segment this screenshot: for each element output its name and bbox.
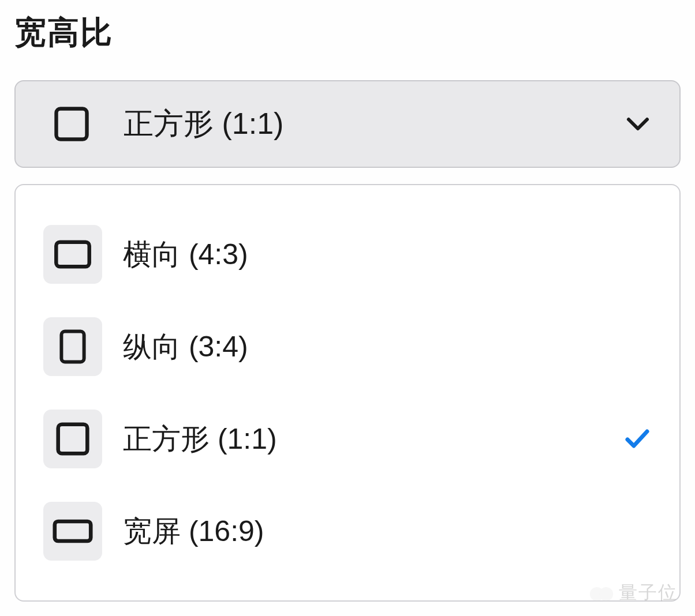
section-title: 宽高比 [14,12,681,54]
watermark-text: 量子位 [619,582,678,603]
aspect-option-widescreen[interactable]: 宽屏 (16:9) [16,485,679,577]
aspect-option-portrait[interactable]: 纵向 (3:4) [16,301,679,393]
aspect-ratio-dropdown-trigger[interactable]: 正方形 (1:1) [14,80,681,168]
portrait-icon [43,317,102,376]
option-label: 宽屏 (16:9) [123,512,651,551]
aspect-option-square[interactable]: 正方形 (1:1) [16,393,679,485]
option-label: 正方形 (1:1) [123,420,624,459]
watermark-logo-icon [589,585,614,603]
option-label: 横向 (4:3) [123,235,651,274]
aspect-ratio-dropdown-panel: 横向 (4:3) 纵向 (3:4) 正方形 (1:1) 宽屏 (16:9) [14,184,681,602]
svg-rect-1 [56,242,89,267]
square-icon [43,410,102,468]
dropdown-selected-label: 正方形 (1:1) [124,104,625,144]
watermark: 量子位 [589,580,678,606]
option-label: 纵向 (3:4) [123,328,651,366]
svg-rect-4 [55,521,91,541]
check-icon [624,426,651,452]
svg-rect-2 [61,332,84,362]
square-icon [51,104,92,144]
svg-point-6 [599,587,613,601]
widescreen-icon [43,502,102,561]
svg-rect-3 [58,425,88,454]
landscape-icon [43,225,102,284]
chevron-down-icon [625,111,651,137]
aspect-option-landscape[interactable]: 横向 (4:3) [16,208,679,301]
svg-rect-0 [56,108,87,139]
